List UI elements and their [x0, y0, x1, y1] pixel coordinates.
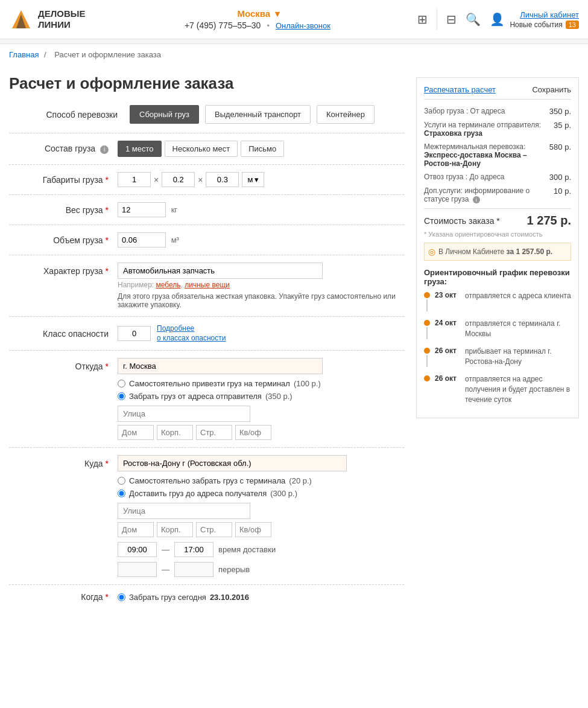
to-str-input[interactable]: [196, 522, 232, 537]
break-to-input[interactable]: [174, 562, 213, 577]
dim3-input[interactable]: [206, 172, 239, 187]
print-link[interactable]: Распечатать расчет: [424, 85, 496, 94]
breadcrumb-home[interactable]: Главная: [9, 50, 39, 59]
volume-content: м³: [118, 232, 404, 247]
from-address-inputs: [118, 406, 404, 440]
hint-link-personal[interactable]: личные вещи: [185, 281, 230, 289]
from-str-input[interactable]: [196, 425, 232, 440]
transport-label: Способ перевозки: [9, 110, 118, 120]
cost-amount-pickup: 350 р.: [549, 107, 571, 116]
dim1-input[interactable]: [118, 172, 151, 187]
when-required: *: [106, 592, 109, 602]
schedule-item-2: 26 окт прибывает на терминал г. Ростова-…: [424, 346, 571, 368]
transport-btn-bulk[interactable]: Сборный груз: [130, 105, 199, 124]
cargo-character-input[interactable]: [118, 263, 323, 279]
cost-amount-insurance: 35 р.: [554, 121, 571, 138]
from-addr-option[interactable]: Забрать груз от адреса отправителя (350 …: [118, 392, 404, 401]
schedule-text-0: отправляется с адреса клиента: [465, 291, 571, 301]
from-addr-radio[interactable]: [118, 392, 125, 400]
hint-link-furniture[interactable]: мебель: [156, 281, 181, 289]
cargo-composition-row: Состав груза i 1 место Несколько мест Пи…: [9, 133, 404, 164]
weight-required: *: [106, 205, 109, 215]
account-link[interactable]: Личный кабинет: [520, 10, 579, 19]
account-icon[interactable]: 👤: [490, 12, 505, 27]
from-korp-input[interactable]: [157, 425, 193, 440]
weight-input[interactable]: [118, 202, 166, 217]
cargo-btn-one[interactable]: 1 место: [118, 141, 162, 157]
dim-unit-selector[interactable]: м ▾: [242, 172, 264, 187]
dim2-input[interactable]: [162, 172, 195, 187]
to-kv-input[interactable]: [235, 522, 271, 537]
dim-unit-label: м: [247, 175, 253, 184]
delivery-from-input[interactable]: [118, 542, 157, 557]
extra-info-icon[interactable]: i: [473, 196, 480, 203]
to-korp-input[interactable]: [157, 522, 193, 537]
dim-unit-arrow: ▾: [254, 175, 259, 184]
schedule-connector-0: [426, 299, 428, 311]
to-self-radio[interactable]: [118, 477, 125, 485]
break-dash: —: [162, 565, 169, 574]
to-self-option[interactable]: Самостоятельно забрать груз с терминала …: [118, 476, 404, 485]
from-address-sub: [118, 425, 404, 440]
logo[interactable]: ДЕЛОВЫЕЛИНИИ: [9, 7, 85, 31]
weight-row: Вес груза * кг: [9, 194, 404, 225]
header: ДЕЛОВЫЕЛИНИИ Москва ▾ +7 (495) 775–55–30…: [0, 0, 588, 39]
search-icon[interactable]: 🔍: [466, 12, 481, 27]
online-call-link[interactable]: Онлайн-звонок: [276, 21, 330, 30]
from-kv-input[interactable]: [235, 425, 271, 440]
danger-input[interactable]: [118, 326, 151, 341]
volume-input[interactable]: [118, 232, 166, 247]
cargo-btn-multiple[interactable]: Несколько мест: [165, 141, 238, 157]
dimensions-label: Габариты груза *: [9, 175, 118, 185]
from-street-input[interactable]: [118, 406, 250, 422]
transport-btn-container[interactable]: Контейнер: [317, 105, 375, 124]
from-house-input[interactable]: [118, 425, 154, 440]
from-row: Откуда * Самостоятельно привезти груз на…: [9, 350, 404, 447]
to-addr-radio[interactable]: [118, 490, 125, 497]
schedule-dot-1: [424, 320, 430, 326]
sidebar-box: Распечатать расчет Сохранить Забор груза…: [416, 77, 579, 418]
to-house-input[interactable]: [118, 522, 154, 537]
break-from-input[interactable]: [118, 562, 157, 577]
calculator-icon[interactable]: ⊞: [417, 12, 428, 27]
cost-label-delivery: Отвоз груза : До адреса: [424, 173, 545, 181]
personal-discount: ◎ В Личном Кабинете за 1 257.50 р.: [424, 243, 571, 261]
to-address-sub: [118, 522, 404, 537]
to-street-input[interactable]: [118, 503, 250, 519]
cargo-btn-letter[interactable]: Письмо: [241, 141, 284, 157]
phone-number[interactable]: +7 (495) 775–55–30: [185, 21, 261, 30]
break-time-row: — перерыв: [118, 562, 404, 577]
danger-class-row: Класс опасности Подробнее о классах опас…: [9, 316, 404, 350]
cargo-info-icon[interactable]: i: [100, 145, 109, 154]
dimensions-required: *: [106, 175, 109, 185]
when-options: Забрать груз сегодня 23.10.2016: [118, 593, 404, 602]
schedule-date-2: 26 окт: [435, 346, 460, 355]
divider: [437, 9, 437, 30]
to-addr-option[interactable]: Доставить груз до адреса получателя (300…: [118, 489, 404, 498]
danger-link[interactable]: Подробнее о классах опасности: [157, 324, 226, 343]
to-options: Самостоятельно забрать груз с терминала …: [118, 476, 404, 498]
danger-class-content: Подробнее о классах опасности: [118, 324, 404, 343]
volume-label: Объем груза *: [9, 235, 118, 245]
from-self-radio[interactable]: [118, 380, 125, 387]
from-city-input[interactable]: [118, 358, 323, 374]
from-required: *: [106, 362, 109, 371]
city-selector[interactable]: Москва ▾: [235, 8, 280, 19]
coin-icon: ◎: [428, 247, 435, 257]
char-required: *: [106, 266, 109, 276]
cargo-warning: Для этого груза обязательна жесткая упак…: [118, 292, 404, 309]
from-self-option[interactable]: Самостоятельно привезти груз на терминал…: [118, 379, 404, 388]
transport-btn-dedicated[interactable]: Выделенный транспорт: [205, 105, 311, 124]
to-city-input[interactable]: [118, 455, 347, 471]
delivery-label: время доставки: [218, 545, 276, 554]
when-today-radio[interactable]: [118, 593, 125, 601]
cost-label-extra: Доп.услуги: информирование о статусе гру…: [424, 187, 549, 203]
map-icon[interactable]: ⊟: [446, 12, 457, 27]
cost-label-pickup: Забор груза : От адреса: [424, 107, 545, 115]
schedule-dot-3: [424, 375, 430, 381]
save-link[interactable]: Сохранить: [532, 85, 571, 94]
to-address-inputs: — время доставки — перерыв: [118, 503, 404, 577]
schedule-connector-1: [426, 327, 428, 339]
delivery-to-input[interactable]: [174, 542, 213, 557]
dimensions-inputs: × × м ▾: [118, 172, 404, 187]
